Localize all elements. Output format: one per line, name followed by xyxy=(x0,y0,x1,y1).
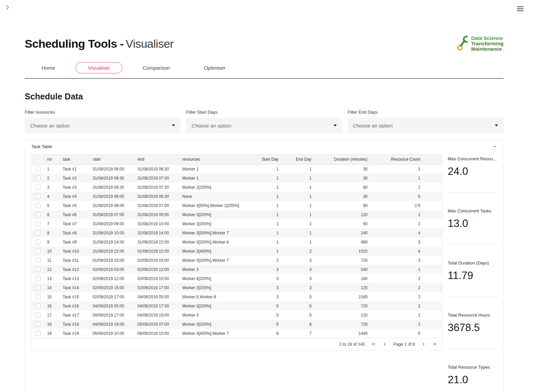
cell-resources: Worker 3[400%] xyxy=(179,247,247,256)
filter-end-days-select[interactable]: Choose an option xyxy=(348,118,504,133)
table-row: 12 Task #12 02/09/2019 03:00 02/09/2019 … xyxy=(32,265,442,274)
checkbox-cell xyxy=(32,174,44,183)
cell-start: 31/08/2019 06:30 xyxy=(90,174,135,183)
cell-resources: Worker 4[200%] xyxy=(179,274,247,283)
row-checkbox[interactable] xyxy=(36,249,41,254)
table-row: 17 Task #17 04/09/2019 17:00 04/09/2019 … xyxy=(32,310,442,320)
row-checkbox[interactable] xyxy=(36,166,41,171)
cell-end-day: 1 xyxy=(282,201,314,210)
table-row: 11 Task #11 01/09/2019 15:00 02/09/2019 … xyxy=(32,256,442,265)
cell-start-day: 5 xyxy=(247,310,282,320)
last-page-button[interactable] xyxy=(432,342,437,347)
row-checkbox[interactable] xyxy=(36,285,41,290)
table-row: 18 Task #18 04/09/2019 19:00 05/09/2019 … xyxy=(32,320,442,329)
cell-duration: 180 xyxy=(314,274,371,283)
cell-duration: 240 xyxy=(314,228,371,237)
cell-resource-count: 2 xyxy=(371,301,442,310)
row-checkbox[interactable] xyxy=(36,239,41,245)
cell-task: Task #15 xyxy=(60,292,89,301)
cell-start-day: 3 xyxy=(247,292,282,301)
cell-no: 19 xyxy=(44,329,60,338)
stat-block: Max Concurrent Resou… 24.0 xyxy=(448,156,498,193)
cell-resource-count: 1 xyxy=(371,174,442,183)
cell-no: 17 xyxy=(44,310,60,320)
cell-start: 02/09/2019 03:00 xyxy=(90,265,135,274)
cell-resource-count: 2 xyxy=(371,219,442,228)
caret-down-icon xyxy=(495,124,498,126)
filter-resources-select[interactable]: Choose an option xyxy=(25,118,181,133)
cell-start: 31/08/2019 09:00 xyxy=(90,219,135,228)
cell-resource-count: 2 xyxy=(371,283,442,292)
cell-resource-count: 1 xyxy=(371,164,442,174)
cell-start-day: 5 xyxy=(247,301,282,310)
cell-start: 02/09/2019 17:00 xyxy=(90,292,135,301)
filter-start-days-select[interactable]: Choose an option xyxy=(186,118,342,133)
cell-end-day: 3 xyxy=(282,256,314,265)
cell-no: 3 xyxy=(44,183,60,192)
cell-end-day: 3 xyxy=(282,283,314,292)
table-row: 14 Task #14 02/09/2019 15:00 02/09/2019 … xyxy=(32,283,442,292)
row-checkbox[interactable] xyxy=(36,212,41,217)
cell-resources: Worker 3[400%],Worker 7 xyxy=(179,329,247,338)
next-page-button[interactable] xyxy=(421,342,426,347)
collapse-panel-button[interactable]: − xyxy=(491,143,498,149)
cell-end: 04/09/2019 19:00 xyxy=(134,310,179,320)
cell-start-day: 1 xyxy=(247,174,282,183)
cell-no: 10 xyxy=(44,247,60,256)
page-title-regular: Visualiser xyxy=(126,37,174,50)
checkbox-cell xyxy=(32,247,44,256)
cell-end-day: 1 xyxy=(282,192,314,201)
stat-label: Total Duration (Days) xyxy=(448,260,498,266)
row-checkbox[interactable] xyxy=(36,203,41,208)
row-checkbox[interactable] xyxy=(36,230,41,235)
cell-start-day: 1 xyxy=(247,183,282,192)
row-checkbox[interactable] xyxy=(36,267,41,272)
tab-comparison[interactable]: Comparison xyxy=(143,65,170,71)
filter-start-days: Filter Start Days Choose an option xyxy=(186,110,342,133)
caret-down-icon xyxy=(172,124,175,126)
row-checkbox[interactable] xyxy=(36,221,41,226)
cell-end: 02/09/2019 15:00 xyxy=(134,274,179,283)
row-checkbox[interactable] xyxy=(36,322,41,327)
cell-task: Task #2 xyxy=(60,174,89,183)
row-checkbox[interactable] xyxy=(36,185,41,190)
tab-home[interactable]: Home xyxy=(42,65,55,71)
logo-line-3: Maintenance xyxy=(471,46,504,52)
menu-icon[interactable] xyxy=(517,5,523,13)
cell-end-day: 1 xyxy=(282,174,314,183)
tab-optimiser[interactable]: Optimiser xyxy=(204,65,226,71)
expand-sidebar-icon[interactable] xyxy=(4,4,11,12)
checkbox-cell xyxy=(32,265,44,274)
cell-start: 31/08/2019 06:00 xyxy=(90,201,135,210)
row-checkbox[interactable] xyxy=(36,313,41,318)
cell-end: 31/08/2019 09:00 xyxy=(134,210,179,219)
cell-start-day: 2 xyxy=(247,256,282,265)
cell-resources: Worker 3 xyxy=(179,265,247,274)
cell-duration: 120 xyxy=(314,310,371,320)
prev-page-button[interactable] xyxy=(382,342,387,347)
cell-end: 01/09/2019 15:00 xyxy=(134,247,179,256)
cell-duration: 60 xyxy=(314,183,371,192)
cell-no: 9 xyxy=(44,237,60,247)
stats-sidebar: Max Concurrent Resou… 24.0 Max Concurren… xyxy=(448,154,498,392)
checkbox-cell xyxy=(32,210,44,219)
row-checkbox[interactable] xyxy=(36,331,41,336)
page: Scheduling Tools -Visualiser Data Scienc… xyxy=(25,0,504,392)
row-checkbox[interactable] xyxy=(36,176,41,181)
cell-end: 31/08/2019 06:30 xyxy=(134,192,179,201)
row-checkbox[interactable] xyxy=(36,258,41,263)
cell-resources: Worker 1 xyxy=(179,174,247,183)
header-checkbox-cell xyxy=(32,155,44,164)
cell-resource-count: 4 xyxy=(371,247,442,256)
tab-visualiser[interactable]: Visualiser xyxy=(75,62,122,73)
row-checkbox[interactable] xyxy=(36,303,41,308)
row-checkbox[interactable] xyxy=(36,294,41,299)
first-page-button[interactable] xyxy=(371,342,376,347)
panel-title: Task Table xyxy=(31,144,52,149)
task-table-body: 1 Task #1 31/08/2019 06:00 31/08/2019 06… xyxy=(32,164,442,338)
cell-start-day: 5 xyxy=(247,320,282,329)
checkbox-cell xyxy=(32,219,44,228)
row-checkbox[interactable] xyxy=(36,276,41,281)
row-checkbox[interactable] xyxy=(36,194,41,199)
cell-resources: Worker 3[200%] xyxy=(179,219,247,228)
